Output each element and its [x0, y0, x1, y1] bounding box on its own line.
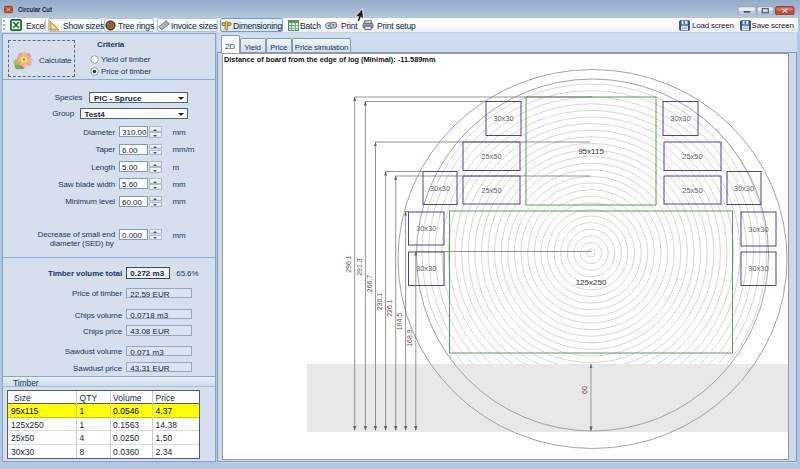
svg-text:60: 60: [581, 386, 588, 394]
svg-text:226.1: 226.1: [386, 299, 393, 317]
svg-text:30x30: 30x30: [416, 264, 436, 273]
svg-text:194.5: 194.5: [396, 313, 403, 331]
svg-text:296.1: 296.1: [345, 255, 352, 273]
svg-text:95x115: 95x115: [578, 147, 604, 156]
svg-text:25x50: 25x50: [682, 186, 702, 195]
svg-text:291.3: 291.3: [356, 258, 363, 276]
svg-text:30x30: 30x30: [748, 264, 768, 273]
svg-text:125x250: 125x250: [576, 278, 607, 287]
svg-text:230.1: 230.1: [376, 293, 383, 311]
svg-text:30x30: 30x30: [493, 114, 513, 123]
svg-text:30x30: 30x30: [670, 114, 690, 123]
svg-text:30x30: 30x30: [748, 225, 768, 234]
svg-text:30x30: 30x30: [430, 184, 450, 193]
svg-text:25x50: 25x50: [682, 152, 702, 161]
svg-text:30x30: 30x30: [734, 184, 754, 193]
svg-text:25x50: 25x50: [481, 152, 501, 161]
svg-text:266.7: 266.7: [366, 275, 373, 293]
svg-text:168.9: 168.9: [406, 329, 413, 347]
svg-text:30x30: 30x30: [416, 224, 436, 233]
svg-text:25x50: 25x50: [481, 186, 501, 195]
